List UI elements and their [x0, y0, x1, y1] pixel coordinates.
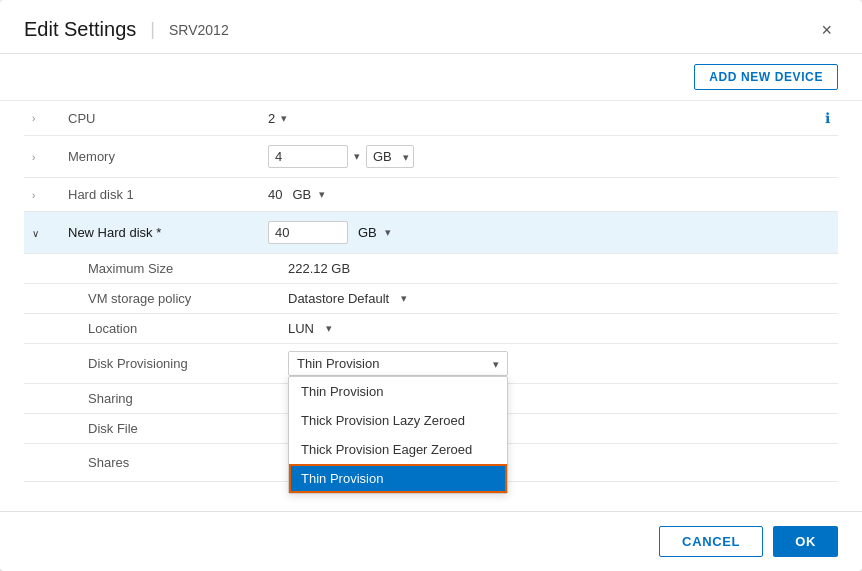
edit-settings-dialog: Edit Settings | SRV2012 × ADD NEW DEVICE… [0, 0, 862, 571]
add-new-device-button[interactable]: ADD NEW DEVICE [694, 64, 838, 90]
dialog-subtitle: SRV2012 [169, 22, 229, 38]
memory-unit-select[interactable]: GB MB [366, 145, 414, 168]
vm-storage-policy-value: Datastore Default [288, 291, 389, 306]
cpu-info-icon[interactable]: ℹ [825, 110, 830, 126]
dialog-body: › CPU 2 ▾ ℹ › Memory [0, 101, 862, 511]
memory-unit-select-wrapper: GB MB [366, 145, 414, 168]
vm-storage-policy-dropdown-icon[interactable]: ▾ [401, 292, 407, 305]
disk-provisioning-label: Disk Provisioning [60, 344, 260, 384]
hard-disk-1-value: 40 [268, 187, 282, 202]
vm-storage-indent [24, 284, 60, 314]
location-dropdown-icon[interactable]: ▾ [326, 322, 332, 335]
hard-disk-1-row: › Hard disk 1 40 GB ▾ [24, 178, 838, 212]
memory-unit-dropdown-icon[interactable]: ▾ [354, 150, 360, 163]
new-hard-disk-unit-dropdown-icon[interactable]: ▾ [385, 226, 391, 239]
disk-provisioning-container: Thin Provision Thin Provision Thick Prov… [288, 351, 830, 376]
memory-expand-icon[interactable]: › [24, 136, 60, 178]
disk-file-indent [24, 414, 60, 444]
maximum-size-row: Maximum Size 222.12 GB [24, 254, 838, 284]
new-hard-disk-unit: GB [358, 225, 377, 240]
hard-disk-1-expand-icon[interactable]: › [24, 178, 60, 212]
disk-provisioning-select-row: Thin Provision [288, 351, 830, 376]
maximum-size-label: Maximum Size [60, 254, 260, 284]
memory-value-cell: ▾ GB MB [260, 136, 838, 178]
close-button[interactable]: × [815, 19, 838, 41]
vm-storage-policy-row: VM storage policy Datastore Default ▾ [24, 284, 838, 314]
memory-row: › Memory ▾ GB MB [24, 136, 838, 178]
maximum-size-value: 222.12 GB [260, 254, 838, 284]
vm-storage-policy-label: VM storage policy [60, 284, 260, 314]
dropdown-item-thin-provision-selected[interactable]: Thin Provision [289, 464, 507, 493]
cpu-value: 2 [268, 111, 275, 126]
sharing-indent [24, 384, 60, 414]
location-indent [24, 314, 60, 344]
location-value: LUN [288, 321, 314, 336]
disk-provisioning-select-button[interactable]: Thin Provision [288, 351, 508, 376]
new-hard-disk-row: ∨ New Hard disk * GB ▾ [24, 212, 838, 254]
maximum-size-indent [24, 254, 60, 284]
disk-provisioning-value-cell: Thin Provision Thin Provision Thick Prov… [260, 344, 838, 384]
cpu-dropdown-icon[interactable]: ▾ [281, 112, 287, 125]
location-value-cell: LUN ▾ [260, 314, 838, 344]
cpu-label: CPU [60, 101, 260, 136]
vm-storage-policy-value-cell: Datastore Default ▾ [260, 284, 838, 314]
memory-label: Memory [60, 136, 260, 178]
disk-provisioning-dropdown: Thin Provision Thick Provision Lazy Zero… [288, 376, 508, 494]
hard-disk-1-unit: GB [292, 187, 311, 202]
dropdown-item-thin-provision-top[interactable]: Thin Provision [289, 377, 507, 406]
hard-disk-1-unit-dropdown-icon[interactable]: ▾ [319, 188, 325, 201]
dropdown-item-thick-lazy[interactable]: Thick Provision Lazy Zeroed [289, 406, 507, 435]
dialog-title: Edit Settings [24, 18, 136, 41]
shares-indent [24, 444, 60, 482]
new-hard-disk-expand-icon[interactable]: ∨ [24, 212, 60, 254]
dialog-footer: CANCEL OK [0, 511, 862, 571]
settings-table: › CPU 2 ▾ ℹ › Memory [24, 101, 838, 482]
memory-input[interactable] [268, 145, 348, 168]
new-hard-disk-value-cell: GB ▾ [260, 212, 838, 254]
dropdown-item-thick-eager[interactable]: Thick Provision Eager Zeroed [289, 435, 507, 464]
new-hard-disk-label: New Hard disk * [60, 212, 260, 254]
disk-file-label: Disk File [60, 414, 260, 444]
location-row: Location LUN ▾ [24, 314, 838, 344]
hard-disk-1-value-cell: 40 GB ▾ [260, 178, 838, 212]
cpu-expand-icon[interactable]: › [24, 101, 60, 136]
dialog-separator: | [150, 19, 155, 40]
dialog-header: Edit Settings | SRV2012 × [0, 0, 862, 54]
shares-label: Shares [60, 444, 260, 482]
toolbar: ADD NEW DEVICE [0, 54, 862, 101]
cancel-button[interactable]: CANCEL [659, 526, 763, 557]
cpu-row: › CPU 2 ▾ ℹ [24, 101, 838, 136]
disk-provisioning-row: Disk Provisioning Thin Provision Thin Pr… [24, 344, 838, 384]
new-hard-disk-input[interactable] [268, 221, 348, 244]
disk-provisioning-indent [24, 344, 60, 384]
hard-disk-1-label: Hard disk 1 [60, 178, 260, 212]
cpu-value-cell: 2 ▾ ℹ [260, 101, 838, 136]
ok-button[interactable]: OK [773, 526, 838, 557]
location-label: Location [60, 314, 260, 344]
sharing-label: Sharing [60, 384, 260, 414]
